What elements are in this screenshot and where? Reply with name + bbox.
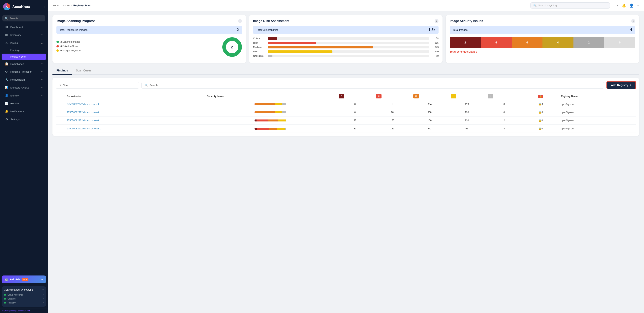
issues-icon: ⚠ [5,41,8,45]
sidebar-item-settings[interactable]: ⚙ Settings [2,115,46,123]
sidebar-item-label: Identity [10,94,39,97]
total-vuln-bar: Total Vulnerabilities 1.8k [253,26,439,34]
logo-text: AccuKnox [12,5,30,9]
security-segment: 2 [574,37,604,48]
tab-scan-queue[interactable]: Scan Queue [72,67,96,75]
row-expand-cell[interactable]: › [56,125,64,133]
vuln-bar-row: Critical 58 [253,37,439,40]
row-expand-cell[interactable]: › [56,108,64,116]
medium-cell: 364 [411,100,448,108]
vuln-bar-bg [268,50,430,53]
low-cell: 91 [448,125,486,133]
identity-icon: 👤 [5,94,8,97]
repo-name[interactable]: 975050082972.dkr.ecr.us-east... [67,103,101,106]
medium-cell: 91 [411,125,448,133]
table-search-container[interactable]: 🔍 [142,82,604,88]
lock-icon: 🔒 [538,119,542,122]
sensitive-value: 0 [476,50,477,53]
sidebar-search-container[interactable]: 🔍 [2,15,45,21]
arrow-icon: → [40,278,43,281]
sidebar-item-dashboard[interactable]: ⊞ Dashboard [2,23,46,31]
security-bar-cell [204,108,336,116]
vulnerability-bars: Critical 58 High 315 Medium 973 Low 450 … [253,37,439,57]
topbar-search-input[interactable] [538,4,607,7]
onboarding-close-button[interactable]: × [42,288,44,291]
chevron-down-icon: ▼ [41,79,43,81]
breadcrumb-sep2: › [71,4,72,7]
sidebar-item-monitors[interactable]: 📊 Monitors / Alerts ▼ [2,84,46,91]
onboarding-dot [4,294,6,296]
repo-name[interactable]: 975050082972.dkr.ecr.us-east... [67,127,101,130]
negligible-cell: 2 [486,116,523,125]
info-icon[interactable]: i [631,19,635,23]
row-expand-cell[interactable]: › [56,100,64,108]
legend-dot-green [56,41,59,43]
sidebar-item-compliance[interactable]: 📋 Compliance ▼ [2,60,46,68]
expand-chevron-icon[interactable]: › [58,110,62,114]
onboarding-registry[interactable]: Registry › [4,301,44,305]
user-dropdown-icon[interactable]: ▼ [637,4,639,7]
repo-name[interactable]: 975050082972.dkr.ecr.us-east... [67,111,101,114]
expand-chevron-icon[interactable]: › [58,102,62,106]
sidebar-search-input[interactable] [10,17,43,20]
tab-findings[interactable]: Findings [52,67,72,75]
donut-chart: 2 [222,37,242,57]
info-icon[interactable]: i [434,19,438,23]
lock-count: 0 [542,103,543,106]
sidebar-item-label: Settings [10,118,43,121]
onboarding-cloud-accounts[interactable]: Cloud Accounts › [4,293,44,297]
breadcrumb-issues[interactable]: Issues [62,4,70,7]
repo-cell: 975050082972.dkr.ecr.us-east... [64,100,204,108]
add-registry-button[interactable]: Add Registry + [606,81,636,89]
dropdown-icon[interactable]: ▼ [616,4,618,7]
sidebar-item-inventory[interactable]: ▦ Inventory ▼ [2,31,46,39]
user-avatar[interactable]: 👤 [629,3,634,8]
registry-name-cell: open5gs-ecr [558,100,636,108]
filter-button[interactable]: ▼ Filter [56,82,139,88]
sidebar-item-issues[interactable]: ⚠ Issues ▲ [2,39,46,47]
medium-cell: 358 [411,108,448,116]
sidebar-item-identity[interactable]: 👤 Identity ▼ [2,92,46,99]
breadcrumb-home[interactable]: Home [52,4,60,7]
ask-ada-button[interactable]: 🤖 Ask Ada BETA → [2,276,46,283]
table-search-input[interactable] [150,84,601,87]
vuln-bar-bg [268,37,430,40]
info-icon[interactable]: i [238,19,242,23]
risk-title: Image Risk Assessment [253,19,290,23]
th-repositories: Repositories [64,92,204,100]
sidebar-collapse-btn[interactable]: ‹ [44,5,44,8]
sidebar-item-label: Notifications [10,110,43,113]
notification-bell-icon[interactable]: 🔔 [622,3,626,8]
topbar: Home › Issues › Registry Scan 🔍 ▼ 🔔 👤 ▼ [48,0,644,11]
card-title-row: Image Risk Assessment i [253,19,439,23]
sidebar-item-notifications[interactable]: 🔔 Notifications [2,108,46,115]
expand-chevron-icon[interactable]: › [58,118,62,122]
vuln-count: 10 [431,55,438,57]
topbar-icons: ▼ 🔔 👤 ▼ [616,3,639,8]
search-icon: 🔍 [533,4,536,7]
onboarding-panel: Getting started: Onboarding × Cloud Acco… [2,287,46,307]
sidebar-sub-findings[interactable]: Findings [2,47,46,53]
repo-cell: 975050082972.dkr.ecr.us-east... [64,108,204,116]
sidebar-item-remediation[interactable]: 🔧 Remediation ▼ [2,76,46,83]
vuln-label: Critical [253,37,266,40]
legend-label: 0 Failed to Scan [60,45,78,48]
low-badge: L [451,94,456,98]
logo-icon: A [3,3,10,10]
legend-dot-yellow [56,49,59,52]
vuln-count: 450 [431,50,438,53]
sidebar-item-label: Reports [10,102,43,105]
topbar-search-container[interactable]: 🔍 [530,2,610,8]
total-images-value: 4 [630,28,632,32]
image-risk-assessment-card: Image Risk Assessment i Total Vulnerabil… [249,15,443,63]
th-critical: C [336,92,374,100]
row-expand-cell[interactable]: › [56,116,64,125]
sidebar-item-reports[interactable]: 📄 Reports [2,100,46,107]
high-cell: 125 [374,125,411,133]
onboarding-clusters[interactable]: Clusters › [4,297,44,301]
expand-chevron-icon[interactable]: › [58,127,62,131]
repo-name[interactable]: 975050082972.dkr.ecr.us-east... [67,119,101,122]
table-header-row: Repositories Security Issues C H M L [56,92,636,100]
sidebar-item-runtime[interactable]: 🛡 Runtime Protection ▼ [2,68,46,75]
sidebar-sub-registry-scan[interactable]: Registry Scan [2,54,46,60]
